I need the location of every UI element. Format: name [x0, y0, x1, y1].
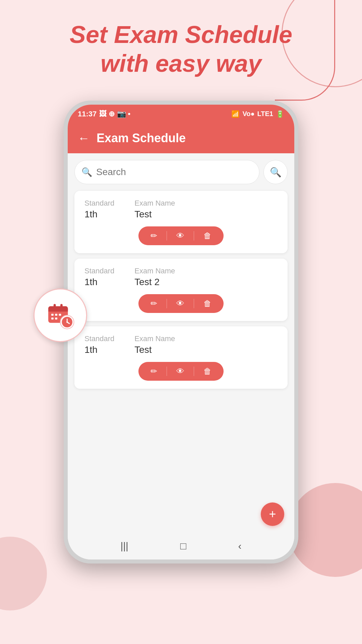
card-2-examname-col: Exam Name Test 2 — [134, 267, 175, 287]
card-2-examname-label: Exam Name — [134, 267, 175, 275]
card-3-view-icon[interactable]: 👁 — [176, 367, 184, 376]
card-1-examname-col: Exam Name Test — [134, 199, 175, 220]
svg-rect-3 — [54, 304, 56, 309]
card-3-divider-1 — [167, 367, 167, 376]
svg-rect-4 — [60, 304, 63, 309]
fab-add-button[interactable]: + — [261, 502, 284, 526]
status-left: 11:37 🖼 ⊕ 📷 • — [78, 110, 130, 118]
card-2-delete-icon[interactable]: 🗑 — [203, 299, 212, 308]
nav-recents-icon[interactable]: ||| — [120, 540, 128, 552]
back-button[interactable]: ← — [78, 131, 90, 145]
signal-label: LTE1 — [257, 110, 273, 118]
exam-card-3: Standard 1th Exam Name Test ✏ 👁 — [74, 326, 288, 389]
card-2-standard-col: Standard 1th — [84, 267, 114, 287]
card-3-edit-icon[interactable]: ✏ — [150, 367, 157, 376]
app-bar-title: Exam Schedule — [97, 131, 186, 145]
card-1-standard-value: 1th — [84, 209, 114, 220]
card-2-actions: ✏ 👁 🗑 — [84, 294, 278, 313]
status-right: 📶 Vo● LTE1 🔋 — [231, 110, 284, 118]
card-1-view-icon[interactable]: 👁 — [176, 231, 184, 240]
search-container: 🔍 🔍 — [74, 160, 288, 184]
card-3-examname-col: Exam Name Test — [134, 334, 175, 355]
card-1-standard-label: Standard — [84, 199, 114, 208]
app-bar: ← Exam Schedule — [68, 123, 294, 153]
card-2-standard-label: Standard — [84, 267, 114, 275]
card-3-info-row: Standard 1th Exam Name Test — [84, 334, 278, 355]
battery-icon: 🔋 — [276, 110, 284, 118]
search-button-icon: 🔍 — [270, 167, 282, 178]
svg-rect-8 — [51, 318, 54, 320]
svg-rect-2 — [48, 309, 68, 312]
card-3-divider-2 — [194, 367, 194, 376]
page-title: Set Exam Schedule with easy way — [0, 20, 362, 78]
card-2-examname-value: Test 2 — [134, 277, 175, 287]
card-3-action-pill: ✏ 👁 🗑 — [138, 362, 224, 381]
bottom-navigation: ||| □ ‹ — [68, 533, 294, 559]
nav-back-icon[interactable]: ‹ — [238, 540, 242, 552]
svg-rect-6 — [55, 314, 57, 316]
card-3-delete-icon[interactable]: 🗑 — [203, 367, 212, 376]
status-icons: 🖼 ⊕ 📷 • — [99, 110, 130, 118]
calendar-clock-icon — [45, 300, 75, 330]
search-icon: 🔍 — [81, 167, 92, 177]
phone-mockup: 11:37 🖼 ⊕ 📷 • 📶 Vo● LTE1 🔋 ← Exam Schedu… — [64, 101, 298, 570]
status-time: 11:37 — [78, 110, 97, 118]
status-bar: 11:37 🖼 ⊕ 📷 • 📶 Vo● LTE1 🔋 — [68, 105, 294, 123]
svg-point-14 — [66, 321, 68, 323]
card-1-info-row: Standard 1th Exam Name Test — [84, 199, 278, 220]
card-2-standard-value: 1th — [84, 277, 114, 287]
card-1-edit-icon[interactable]: ✏ — [150, 231, 157, 240]
svg-rect-9 — [55, 318, 57, 320]
card-2-divider-1 — [167, 299, 167, 308]
card-3-standard-value: 1th — [84, 344, 114, 355]
card-1-standard-col: Standard 1th — [84, 199, 114, 220]
content-area: 🔍 🔍 Standard 1th Exa — [68, 153, 294, 533]
search-button[interactable]: 🔍 — [263, 160, 288, 184]
card-3-standard-label: Standard — [84, 334, 114, 343]
search-input[interactable] — [96, 167, 252, 177]
card-1-divider-1 — [167, 231, 167, 240]
svg-rect-5 — [51, 314, 54, 316]
wifi-icon: 📶 — [231, 110, 240, 118]
card-1-examname-label: Exam Name — [134, 199, 175, 208]
card-1-actions: ✏ 👁 🗑 — [84, 226, 278, 245]
exam-card-1: Standard 1th Exam Name Test ✏ 👁 — [74, 191, 288, 253]
card-3-examname-value: Test — [134, 344, 175, 355]
card-3-examname-label: Exam Name — [134, 334, 175, 343]
card-1-examname-value: Test — [134, 209, 175, 220]
nav-home-icon[interactable]: □ — [180, 540, 186, 552]
card-2-divider-2 — [194, 299, 194, 308]
bg-decoration-circle-bottom-right — [288, 483, 362, 577]
card-1-action-pill: ✏ 👁 🗑 — [138, 226, 224, 245]
card-2-view-icon[interactable]: 👁 — [176, 299, 184, 308]
card-3-standard-col: Standard 1th — [84, 334, 114, 355]
card-1-delete-icon[interactable]: 🗑 — [203, 231, 212, 240]
card-2-info-row: Standard 1th Exam Name Test 2 — [84, 267, 278, 287]
exam-card-2: Standard 1th Exam Name Test 2 ✏ 👁 — [74, 259, 288, 321]
network-label: Vo● — [242, 110, 254, 118]
bg-decoration-circle-bottom-left — [0, 537, 47, 610]
calendar-badge — [34, 288, 87, 342]
svg-rect-7 — [59, 314, 61, 316]
card-2-edit-icon[interactable]: ✏ — [150, 299, 157, 308]
card-2-action-pill: ✏ 👁 🗑 — [138, 294, 224, 313]
card-3-actions: ✏ 👁 🗑 — [84, 362, 278, 381]
search-input-wrapper: 🔍 — [74, 160, 259, 184]
card-1-divider-2 — [194, 231, 194, 240]
